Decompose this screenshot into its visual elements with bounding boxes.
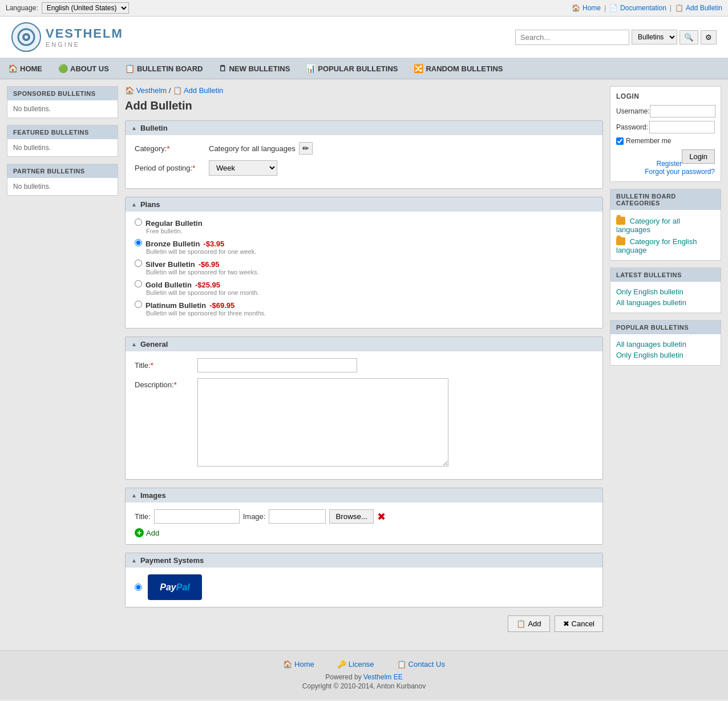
plan-bronze: Bronze Bulletin -$3.95 Bulletin will be … [135,239,593,255]
username-input[interactable] [650,105,715,117]
bulletin-section-body: Category:* Category for all languages ✏ … [126,135,602,188]
nav-random-bulletins[interactable]: 🔀RANDOM BULLETINS [406,58,511,79]
right-sidebar: LOGIN Username: Password: Remember me Lo… [610,86,721,632]
plan-regular-radio[interactable] [135,218,142,226]
images-section: ▲ Images Title: Image: Browse... ✖ + Add [125,488,603,545]
footer-license-icon: 🔑 [337,660,346,668]
action-buttons: 📋 Add ✖ Cancel [125,615,603,632]
forgot-password-link[interactable]: Forgot your password? [616,168,715,176]
login-box: LOGIN Username: Password: Remember me Lo… [610,86,721,182]
breadcrumb-home-icon: 🏠 [125,86,134,95]
img-title-label: Title: [135,512,151,521]
description-textarea[interactable] [197,378,448,467]
popular-bulletin-1[interactable]: Only English bulletin [616,350,715,360]
footer-contact-link[interactable]: 📋 Contact Us [397,660,445,668]
title-row: Title:* [135,358,593,372]
plan-platinum-radio[interactable] [135,301,142,308]
plan-silver: Silver Bulletin -$6.95 Bulletin will be … [135,260,593,275]
nav-about-us[interactable]: 🟢ABOUT US [50,58,117,79]
search-input[interactable] [515,30,629,45]
home-icon: 🏠 [572,4,580,12]
top-bar-left: Language: English (United States) [6,2,129,14]
plans-section-header: ▲ Plans [126,197,602,212]
plan-gold-desc: Bulletin will be sponsored for one month… [146,289,593,296]
logo: VESTHELM ENGINE [11,22,123,52]
breadcrumb: 🏠 Vesthelm / 📋 Add Bulletin [125,86,603,95]
logo-subtitle: ENGINE [46,41,123,48]
plan-gold-price: -$25.95 [195,281,220,289]
nav-popular-bulletins[interactable]: 📊POPULAR BULLETINS [298,58,406,79]
remember-checkbox[interactable] [616,137,624,145]
image-title-input[interactable] [154,509,240,524]
period-selector[interactable]: Week Day Month Year [209,160,277,176]
partner-bulletins-content: No bulletins. [7,178,118,195]
nav-home[interactable]: 🏠HOME [0,58,50,79]
home-nav-icon: 🏠 [8,64,18,73]
add-button[interactable]: 📋 Add [508,615,549,632]
remove-image-button[interactable]: ✖ [377,510,386,523]
add-image-button[interactable]: + Add [135,528,159,537]
language-selector[interactable]: English (United States) [42,2,129,14]
add-button-icon: 📋 [516,619,525,628]
topbar-add-bulletin-link[interactable]: Add Bulletin [686,4,722,12]
plan-bronze-radio[interactable] [135,239,142,246]
category-all-languages-link[interactable]: Category for all languages [616,214,715,235]
category-edit-button[interactable]: ✏ [299,142,313,155]
payment-section-body: PayPal [126,568,602,607]
plan-gold-radio[interactable] [135,280,142,287]
breadcrumb-home-link[interactable]: Vesthelm [136,86,167,95]
search-scope-selector[interactable]: Bulletins [632,30,677,44]
footer-powered-link[interactable]: Vesthelm EE [363,673,403,681]
plan-silver-radio[interactable] [135,260,142,267]
plan-platinum-desc: Bulletin will be sponsored for three mon… [146,310,593,317]
general-section-header: ▲ General [126,337,602,351]
plan-bronze-desc: Bulletin will be sponsored for one week. [146,248,593,255]
latest-bulletin-0[interactable]: Only English bulletin [616,286,715,297]
plans-section-body: Regular Bulletin Free bulletin. Bronze B… [126,212,602,328]
title-input[interactable] [197,358,357,372]
category-required: * [167,144,169,153]
images-section-body: Title: Image: Browse... ✖ + Add [126,503,602,544]
sponsored-bulletins-title: SPONSORED BULLETINS [7,87,118,100]
paypal-radio[interactable] [135,584,142,591]
footer-powered: Powered by Vesthelm EE [9,673,719,681]
payment-section-header: ▲ Payment Systems [126,553,602,568]
browse-button[interactable]: Browse... [329,509,374,524]
categories-box: BULLETIN BOARD CATEGORIES Category for a… [610,189,721,261]
plan-gold: Gold Bulletin -$25.95 Bulletin will be s… [135,280,593,296]
plan-silver-name: Silver Bulletin [145,260,195,269]
cancel-button[interactable]: ✖ Cancel [555,615,603,632]
topbar-home-link[interactable]: Home [583,4,601,12]
latest-bulletin-1[interactable]: All languages bulletin [616,297,715,308]
footer-home-link[interactable]: 🏠 Home [283,660,314,668]
image-file-input[interactable] [269,509,326,524]
images-arrow-icon: ▲ [131,492,137,499]
logo-name: VESTHELM [46,26,123,41]
search-button[interactable]: 🔍 [680,30,698,44]
partner-bulletins-box: PARTNER BULLETINS No bulletins. [7,164,118,196]
login-button[interactable]: Login [682,149,715,164]
featured-bulletins-title: FEATURED BULLETINS [7,125,118,139]
doc-icon: 📄 [609,4,618,12]
category-value: Category for all languages [209,144,296,153]
nav-new-bulletins[interactable]: 🗒NEW BULLETINS [211,58,298,79]
folder-icon-1 [616,217,625,225]
nav-bulletin-board[interactable]: 📋BULLETIN BOARD [117,58,211,79]
settings-button[interactable]: ⚙ [701,30,717,44]
username-label: Username: [616,107,650,115]
category-english-language-link[interactable]: Category for English language [616,235,715,256]
plan-silver-price: -$6.95 [199,260,220,269]
top-bar-right: 🏠 Home | 📄 Documentation | 📋 Add Bulleti… [572,4,722,12]
topbar-documentation-link[interactable]: Documentation [620,4,666,12]
plan-platinum-price: -$69.95 [209,301,234,310]
password-input[interactable] [649,121,715,133]
footer-license-link[interactable]: 🔑 License [337,660,374,668]
image-row: Title: Image: Browse... ✖ [135,509,593,524]
popular-bulletin-0[interactable]: All languages bulletin [616,339,715,350]
footer: 🏠 Home 🔑 License 📋 Contact Us Powered by… [0,650,728,699]
breadcrumb-current-link[interactable]: Add Bulletin [184,86,223,95]
images-section-header: ▲ Images [126,488,602,503]
period-row: Period of posting:* Week Day Month Year [135,160,593,176]
description-label: Description:* [135,378,197,389]
featured-bulletins-box: FEATURED BULLETINS No bulletins. [7,125,118,157]
